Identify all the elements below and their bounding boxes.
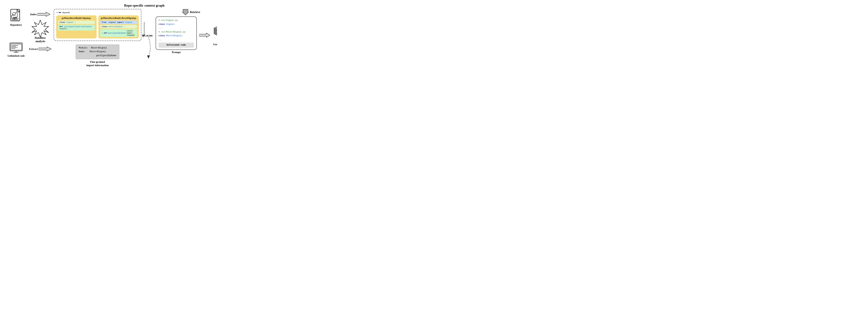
card-right-class-snippet: class RecordSignal :	[100, 25, 137, 28]
dataflow-label: Dataflowanalysis	[35, 36, 46, 43]
fine-grained-box: Module: RecordSignal Name: RecordSignal.…	[76, 44, 119, 59]
import-kw: import	[117, 21, 125, 24]
prompt-line6: ...	[158, 38, 194, 42]
card-left-def-snippet: def setSignalTypeFromTypeStr (self):	[58, 25, 95, 31]
index-label: Index	[30, 13, 37, 16]
import-path: .Signal	[107, 21, 117, 24]
svg-marker-25	[182, 9, 189, 15]
unfinished-code-inline: Unfinished code	[158, 42, 194, 48]
unfinished-code-label: Unfinished code	[7, 55, 25, 57]
def-kw-left: def	[59, 26, 64, 28]
card-left-title: pyPhasesRecordloader/Signal.py	[58, 17, 95, 20]
prompt-lm-row: # xxx/Signal.py class Signal: ... # xxx/…	[156, 16, 217, 54]
retrieve-arrow-icon	[182, 9, 189, 15]
fine-grained-content-col: Module: RecordSignal Name: RecordSignal.…	[54, 44, 141, 67]
fine-grained-label: Fine-grainedimport information	[86, 60, 109, 67]
prompt-code-box: # xxx/Signal.py class Signal: ... # xxx/…	[156, 16, 197, 50]
svg-marker-20	[38, 47, 51, 51]
prompt-line5: class RecordSignal:	[158, 34, 194, 38]
diagram: Repo-specific context graph	[5, 4, 212, 67]
svg-point-15	[20, 44, 21, 45]
context-cards-row: pyPhasesRecordloader/Signal.py class Sig…	[56, 15, 139, 38]
repository-icon	[10, 9, 22, 23]
depends-label-row: depends	[56, 11, 139, 14]
class-name-p2: RecordSignal	[166, 35, 182, 37]
svg-marker-19	[32, 20, 49, 37]
class-kw-p1: class	[158, 23, 166, 26]
def-kw-right: def	[104, 32, 107, 34]
card-right-def-snippet: → def getSignalByName (self, name)->Sign…	[100, 29, 137, 37]
class-colon-left: :	[75, 21, 76, 24]
def-params-left: (self):	[59, 28, 68, 30]
fine-grained-section: Module: RecordSignal Name: RecordSignal.…	[54, 44, 141, 67]
module-val: RecordSignal	[91, 47, 107, 49]
retrieve-row: Retrieve	[182, 9, 200, 15]
depends-arrow-icon	[56, 11, 62, 14]
repository-icon-group: Repository	[10, 9, 22, 27]
context-card-left: pyPhasesRecordloader/Signal.py class Sig…	[56, 15, 97, 38]
svg-marker-24	[147, 56, 150, 59]
depends-label: depends	[62, 11, 70, 14]
svg-marker-26	[199, 33, 210, 37]
extract-arrow-row: Extract	[29, 46, 51, 51]
def-params-right: (self, name)->Signal	[126, 30, 135, 36]
class-kw-p2: class	[158, 35, 166, 37]
class-kw-right: class	[102, 26, 109, 28]
card-right-title: pyPhasesRecordloader/RecordSignal.py	[100, 17, 137, 20]
extract-arrow	[38, 46, 51, 51]
lm-cube-icon	[213, 24, 217, 38]
explosion-icon	[30, 20, 50, 38]
lm-col: LMGeneration	[213, 24, 217, 46]
svg-point-2	[13, 17, 14, 18]
context-graph-box: depends pyPhasesRecordloader/Signal.py c…	[54, 9, 141, 41]
to-lm-arrow	[199, 33, 210, 38]
prompt-line3: ...	[158, 26, 194, 30]
class-colon-right: :	[124, 26, 125, 28]
fine-grained-row2: Name: RecordSignal. getSignalByName	[79, 50, 116, 58]
index-arrow	[37, 12, 50, 17]
locate-label: Locate	[144, 34, 153, 37]
center-section: depends pyPhasesRecordloader/Signal.py c…	[54, 9, 141, 67]
fine-grained-row1: Module: RecordSignal	[79, 46, 116, 50]
class-name-p1: Signal	[166, 23, 174, 26]
from-kw: from	[102, 21, 107, 24]
svg-marker-18	[37, 12, 50, 16]
index-arrow-row: Index	[30, 12, 51, 17]
class-kw-left: class	[59, 21, 67, 24]
class-name-left: Signal	[67, 21, 74, 24]
monitor-icon	[9, 42, 23, 54]
svg-marker-28	[214, 28, 217, 37]
svg-point-17	[17, 44, 18, 45]
def-name-left: setSignalTypeFromTypeStr	[64, 26, 92, 28]
lm-label: LMGeneration	[213, 39, 217, 46]
name-key: Name:	[79, 50, 86, 53]
import-name: Signal	[125, 21, 132, 24]
pointer-arrow: →	[102, 32, 103, 35]
prompt-col: # xxx/Signal.py class Signal: ... # xxx/…	[156, 16, 197, 54]
dataflow-section: Dataflowanalysis	[30, 20, 50, 43]
extract-label: Extract	[29, 47, 38, 50]
prompt-line4: # xxx/RecordSignal.py	[158, 30, 194, 34]
card-left-class-snippet: class Signal :	[58, 21, 95, 24]
def-name-right: getSignalByName	[108, 32, 126, 34]
unfinished-code-icon-group: Unfinished code	[7, 42, 25, 57]
svg-point-1	[15, 13, 16, 14]
retrieve-label: Retrieve	[190, 10, 200, 14]
prompt-line2: class Signal:	[158, 23, 194, 27]
repo-context-title: Repo-specific context graph	[77, 4, 212, 7]
prompt-label: Prompt	[172, 51, 181, 54]
class-name-right: RecordSignal	[109, 26, 123, 28]
locate-section: Locate	[141, 9, 156, 59]
card-right-import-snippet: from .Signal import Signal	[100, 21, 137, 24]
context-card-right: pyPhasesRecordloader/RecordSignal.py fro…	[98, 15, 139, 38]
module-key: Module:	[79, 47, 88, 49]
prompt-line1: # xxx/Signal.py	[158, 19, 194, 23]
repository-label: Repository	[10, 24, 22, 27]
svg-point-16	[19, 44, 19, 45]
svg-marker-22	[59, 12, 62, 13]
locate-arrow	[143, 37, 154, 59]
right-section: Retrieve # xxx/Signal.py class Signal: .…	[156, 9, 217, 54]
